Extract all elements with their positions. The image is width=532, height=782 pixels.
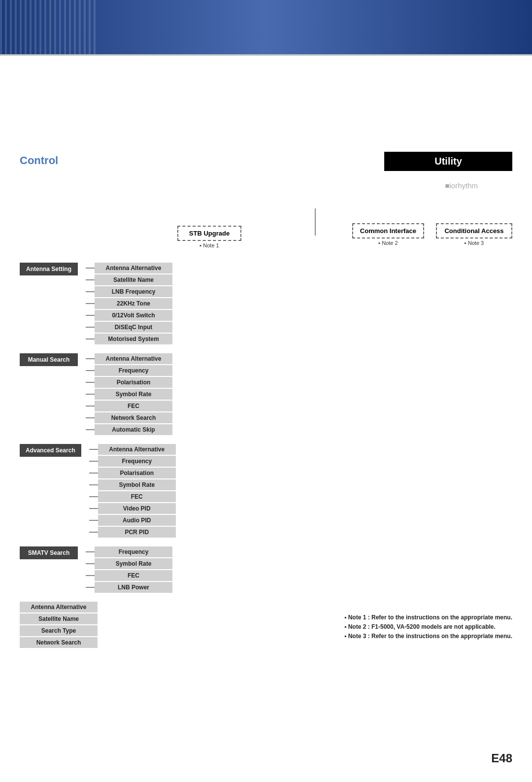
- tree-item: Symbol Rate: [95, 558, 172, 569]
- note-1: ▪ Note 1 : Refer to the instructions on …: [344, 614, 512, 621]
- tree-item: 22KHz Tone: [95, 298, 172, 309]
- utility-box: Utility: [384, 152, 512, 171]
- tree-item: FEC: [95, 401, 172, 411]
- tree-item: Frequency: [95, 365, 172, 376]
- tree-item: Video PID: [98, 503, 176, 514]
- standalone-item: Antenna Alternative: [20, 602, 98, 612]
- tree-item: Polarisation: [98, 468, 176, 478]
- smatv-search-section: SMATV Search Frequency Symbol Rate FEC: [20, 546, 176, 594]
- advanced-search-tree: Antenna Alternative Frequency Polarisati…: [82, 444, 176, 539]
- antenna-setting-section: Antenna Setting Antenna Alternative Sate…: [20, 263, 176, 345]
- common-interface-box: Common Interface: [352, 223, 424, 238]
- smatv-search-tree: Frequency Symbol Rate FEC LNB Power: [79, 546, 172, 594]
- antenna-setting-label: Antenna Setting: [20, 263, 78, 275]
- tree-item-network-search: Network Search: [95, 412, 172, 423]
- tree-item-symbol-rate: Symbol Rate: [95, 389, 172, 400]
- tree-item: LNB Power: [95, 582, 172, 593]
- tree-item: Automatic Skip: [95, 424, 172, 435]
- menu-tree: Antenna Setting Antenna Alternative Sate…: [20, 263, 176, 649]
- advanced-search-label: Advanced Search: [20, 444, 81, 457]
- tree-item-motorised: Motorised System: [95, 334, 172, 344]
- page-number: E48: [491, 751, 512, 765]
- tree-item: Symbol Rate: [98, 479, 176, 490]
- standalone-item-network-search: Network Search: [20, 637, 98, 648]
- tree-item: Antenna Alternative: [95, 353, 172, 364]
- tree-item: Audio PID: [98, 515, 176, 526]
- notes-area: ▪ Note 1 : Refer to the instructions on …: [344, 614, 512, 642]
- ci-ca-container: Common Interface ▪ Note 2 Conditional Ac…: [352, 223, 512, 246]
- standalone-item: Satellite Name: [20, 613, 98, 624]
- tree-item: Satellite Name: [95, 274, 172, 285]
- manual-search-section: Manual Search Antenna Alternative Freque…: [20, 353, 176, 436]
- header-stripes: [0, 0, 99, 54]
- smatv-search-label: SMATV Search: [20, 546, 78, 559]
- tree-item: DiSEqC Input: [95, 322, 172, 333]
- note-2: ▪ Note 2 : F1-5000, VA-5200 models are n…: [344, 623, 512, 630]
- stb-upgrade-box: STB Upgrade: [177, 226, 241, 241]
- tree-item: Polarisation: [95, 377, 172, 388]
- standalone-item-search-type: Search Type: [20, 625, 98, 636]
- tree-item: Frequency: [98, 456, 176, 467]
- conditional-access-note: ▪ Note 3: [465, 240, 484, 246]
- tree-item: FEC: [95, 570, 172, 581]
- manual-search-label: Manual Search: [20, 353, 78, 366]
- note-3: ▪ Note 3 : Refer to the instructions on …: [344, 633, 512, 640]
- tree-item: 0/12Volt Switch: [95, 310, 172, 321]
- tree-item: PCR PID: [98, 527, 176, 538]
- tree-item: LNB Frequency: [95, 286, 172, 297]
- tree-item: Antenna Alternative: [95, 263, 172, 273]
- control-label: Control: [20, 154, 58, 167]
- stb-upgrade-note: ▪ Note 1: [177, 242, 241, 248]
- antenna-setting-tree: Antenna Alternative Satellite Name LNB F…: [79, 263, 172, 345]
- tree-item: Antenna Alternative: [98, 444, 176, 455]
- biorhythm-label: ■iorhythm: [445, 181, 478, 190]
- common-interface-note: ▪ Note 2: [378, 240, 398, 246]
- tree-item: Frequency: [95, 546, 172, 557]
- connector-vline-top: [315, 208, 316, 236]
- advanced-search-section: Advanced Search Antenna Alternative Freq…: [20, 444, 176, 539]
- conditional-access-box: Conditional Access: [436, 223, 512, 238]
- standalone-items-group: Antenna Alternative Satellite Name Searc…: [20, 602, 176, 649]
- page-header: [0, 0, 532, 54]
- manual-search-tree: Antenna Alternative Frequency Polarisati…: [79, 353, 172, 436]
- tree-item: FEC: [98, 491, 176, 502]
